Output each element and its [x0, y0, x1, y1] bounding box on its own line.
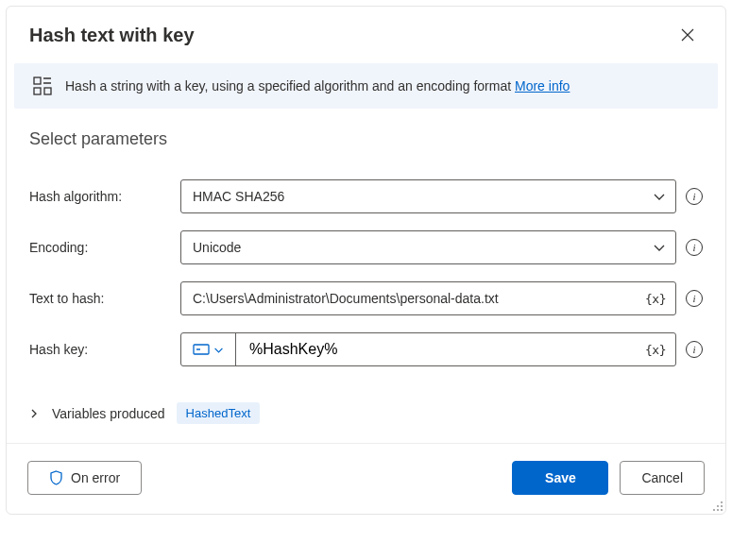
more-info-link[interactable]: More info	[515, 78, 570, 93]
shield-icon	[49, 470, 63, 485]
svg-point-9	[721, 505, 723, 507]
svg-point-11	[717, 509, 719, 511]
label-encoding: Encoding:	[29, 240, 171, 255]
label-text-to-hash: Text to hash:	[29, 291, 171, 306]
select-encoding[interactable]: Unicode	[180, 230, 676, 264]
info-banner: Hash a string with a key, using a specif…	[14, 63, 718, 109]
dialog-footer: On error Save Cancel	[7, 443, 725, 514]
section-title: Select parameters	[7, 112, 725, 155]
save-button[interactable]: Save	[512, 461, 608, 495]
row-hash-key: Hash key: %HashKey% {x} i	[29, 332, 703, 366]
input-hash-key-text[interactable]: %HashKey% {x}	[236, 339, 675, 361]
form: Hash algorithm: HMAC SHA256 i Encoding: …	[7, 155, 725, 395]
select-algorithm[interactable]: HMAC SHA256	[180, 179, 676, 213]
select-algorithm-value: HMAC SHA256	[193, 189, 284, 204]
label-hash-key: Hash key:	[29, 342, 171, 357]
banner-text: Hash a string with a key, using a specif…	[65, 78, 570, 93]
resize-handle-icon[interactable]	[712, 501, 723, 512]
input-text-to-hash[interactable]: C:\Users\Administrator\Documents\persona…	[180, 281, 676, 315]
input-type-selector[interactable]	[181, 333, 236, 365]
text-input-icon	[193, 343, 210, 356]
svg-point-7	[721, 501, 723, 503]
variable-picker-icon[interactable]: {x}	[643, 288, 668, 310]
info-icon-text-to-hash[interactable]: i	[686, 290, 703, 307]
svg-point-10	[713, 509, 715, 511]
svg-point-12	[721, 509, 723, 511]
info-icon-hash-key[interactable]: i	[686, 341, 703, 358]
chevron-down-icon	[653, 241, 666, 254]
dialog-title: Hash text with key	[29, 25, 195, 46]
svg-rect-5	[194, 345, 209, 354]
label-algorithm: Hash algorithm:	[29, 189, 171, 204]
svg-rect-2	[44, 88, 51, 94]
action-icon	[33, 76, 52, 95]
variables-produced-label: Variables produced	[52, 406, 165, 421]
row-text-to-hash: Text to hash: C:\Users\Administrator\Doc…	[29, 281, 703, 315]
svg-rect-1	[34, 88, 41, 94]
dialog-header: Hash text with key	[7, 7, 725, 56]
row-encoding: Encoding: Unicode i	[29, 230, 703, 264]
svg-point-8	[717, 505, 719, 507]
variable-picker-icon[interactable]: {x}	[643, 339, 668, 361]
input-hash-key-value: %HashKey%	[249, 341, 337, 358]
close-icon	[681, 28, 694, 42]
select-encoding-value: Unicode	[193, 240, 241, 255]
close-button[interactable]	[672, 20, 703, 50]
chevron-right-icon	[29, 409, 39, 418]
info-icon-encoding[interactable]: i	[686, 239, 703, 256]
svg-rect-0	[34, 77, 41, 84]
input-hash-key: %HashKey% {x}	[180, 332, 676, 366]
info-icon-algorithm[interactable]: i	[686, 188, 703, 205]
chevron-down-icon	[213, 345, 224, 355]
chevron-down-icon	[653, 190, 666, 203]
variable-chip-hashedtext[interactable]: HashedText	[177, 402, 261, 424]
variables-produced-row[interactable]: Variables produced HashedText	[7, 395, 725, 443]
on-error-button[interactable]: On error	[27, 461, 142, 495]
cancel-button[interactable]: Cancel	[620, 461, 705, 495]
input-text-to-hash-value: C:\Users\Administrator\Documents\persona…	[193, 291, 499, 306]
dialog-hash-text-with-key: Hash text with key Hash a string with a …	[6, 6, 726, 515]
row-algorithm: Hash algorithm: HMAC SHA256 i	[29, 179, 703, 213]
